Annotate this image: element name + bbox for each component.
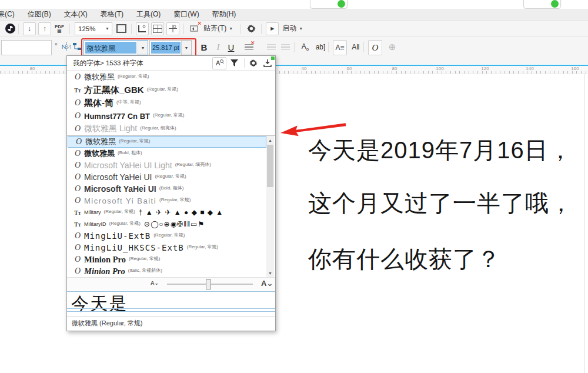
text-alignment-button[interactable]: ✕ xyxy=(242,40,255,54)
mirror-text-button[interactable] xyxy=(61,41,72,52)
font-row[interactable]: OMicrosoft YaHei UI(Regular, 常规) xyxy=(67,171,267,183)
font-style-meta: (Regular, 细亮体) xyxy=(175,161,211,168)
launch-icon-button[interactable]: ▶ xyxy=(266,22,279,35)
menu-item[interactable]: 果(C) xyxy=(0,9,21,20)
font-row[interactable]: O微软雅黑(Regular, 常规) xyxy=(67,71,275,84)
font-row[interactable]: OMinion Pro(Italic, 常规斜体) xyxy=(67,265,267,277)
menu-item[interactable]: 表格(T) xyxy=(94,9,130,20)
font-row[interactable]: Tᴛ方正黑体_GBK(Regular, 常规) xyxy=(67,84,275,96)
show-rulers-button[interactable] xyxy=(136,22,149,35)
larger-preview-icon[interactable]: A⌄ xyxy=(261,279,273,288)
angle-input[interactable] xyxy=(1,40,52,55)
scrollbar-thumb[interactable] xyxy=(267,145,273,187)
interactive-spacing-button[interactable]: A⦀ xyxy=(349,40,362,54)
font-family-select[interactable]: 微软雅黑 ▼ xyxy=(83,40,148,55)
font-row[interactable]: O微软雅黑(Regular, 常规) xyxy=(68,136,266,148)
character-formatting-button[interactable]: Ao xyxy=(299,40,312,54)
import-button[interactable]: ↓ xyxy=(23,22,36,35)
font-style-meta: (Regular, 细亮体) xyxy=(140,125,176,131)
font-row[interactable]: OMinion Pro(Regular, 常规) xyxy=(67,254,267,265)
publish-pdf-button[interactable]: PDF▦ xyxy=(54,23,65,35)
page-edge-line xyxy=(584,74,584,373)
edit-text-button[interactable]: ab] xyxy=(314,40,327,54)
ruler-label: 80 xyxy=(30,66,35,71)
divider xyxy=(240,24,241,34)
italic-button[interactable]: I xyxy=(212,40,225,54)
font-options-button[interactable] xyxy=(247,58,260,69)
snap-off-button[interactable]: ✕ xyxy=(188,23,200,35)
font-row[interactable]: OHumnst777 Cn BT(Regular, 常规) xyxy=(67,109,275,122)
get-more-fonts-button[interactable] xyxy=(261,58,274,69)
app-launcher-icon[interactable] xyxy=(5,24,15,34)
font-preview-toggle[interactable]: A xyxy=(212,57,226,69)
canvas-text-line[interactable]: 今天是2019年7月16日， xyxy=(308,134,573,166)
font-row[interactable]: O微软雅黑 Light(Regular, 细亮体) xyxy=(67,122,275,135)
guidelines-icon xyxy=(169,25,177,32)
zoom-level-select[interactable]: 125% ▼ xyxy=(75,22,112,35)
font-row[interactable]: TᴛMilitary(Regular, 常规)† ▲ ✈ ✈ ▲ ● ◆ ■ ◆… xyxy=(67,207,267,218)
snap-to-dropdown[interactable]: 贴齐(T) ▼ xyxy=(202,23,236,35)
font-style-meta: (Regular, 常规) xyxy=(153,232,185,238)
font-style-meta: (Regular, 常规) xyxy=(104,208,135,215)
scroll-up-button[interactable]: ▲ xyxy=(266,136,274,144)
divider xyxy=(183,24,184,34)
current-font-label: 微软雅黑 (Regular, 常规) xyxy=(72,319,142,328)
show-guidelines-button[interactable] xyxy=(166,22,179,35)
font-style-meta: (Regular, 常规) xyxy=(187,244,218,250)
menu-item[interactable]: 工具(O) xyxy=(130,9,167,20)
chevron-down-icon[interactable]: ▼ xyxy=(138,41,148,55)
show-grid-button[interactable] xyxy=(151,22,164,35)
font-name: MingLiU_HKSCS-ExtB xyxy=(84,243,184,252)
options-button[interactable] xyxy=(245,23,257,35)
font-row[interactable]: TᴛMilitaryID(Regular, 常规)⊙◯○⊕◉✠‖‖▭⚑ xyxy=(67,218,267,230)
font-row[interactable]: OMingLiU-ExtB(Regular, 常规) xyxy=(67,230,267,242)
outline-o-icon: O xyxy=(372,43,379,53)
launch-label: 启动 xyxy=(282,24,296,34)
font-row[interactable]: O微软雅黑(Bold, 粗体) xyxy=(67,148,267,159)
full-screen-preview-button[interactable] xyxy=(115,23,127,35)
export-button[interactable]: ↑ xyxy=(38,22,51,35)
font-row[interactable]: OMingLiU_HKSCS-ExtB(Regular, 常规) xyxy=(67,242,267,254)
underline-button[interactable]: U xyxy=(225,40,238,54)
font-name: Microsoft YaHei UI xyxy=(84,184,156,194)
canvas-text-line[interactable]: 这个月又过了一半了哦， xyxy=(308,187,573,219)
font-preview-icon: A xyxy=(215,59,224,67)
a-lines-icon: A≡ xyxy=(335,44,344,52)
coreldraw-window: 果(C)位图(B)文本(X)表格(T)工具(O)窗口(W)帮助(H) ↓ ↑ P… xyxy=(0,0,588,373)
font-row[interactable]: OMicrosoft YaHei UI(Bold, 粗体) xyxy=(67,183,267,195)
outline-button[interactable]: O xyxy=(368,40,382,55)
degree-symbol: ° xyxy=(55,42,58,50)
font-row[interactable]: OMicrosoft Yi Baiti(Regular, 常规) xyxy=(67,195,267,207)
menu-item[interactable]: 文本(X) xyxy=(58,9,94,20)
bold-button[interactable]: B xyxy=(198,40,211,54)
divider xyxy=(18,24,19,34)
truetype-icon: Tᴛ xyxy=(71,209,84,216)
smaller-preview-icon[interactable]: A⌄ xyxy=(151,280,159,286)
font-name: 黑体-简 xyxy=(84,98,113,109)
bulleted-list-button[interactable] xyxy=(265,40,278,54)
scroll-down-button[interactable]: ▼ xyxy=(266,269,274,277)
drop-cap-button[interactable] xyxy=(279,40,292,54)
red-x-icon: ✕ xyxy=(197,21,202,26)
opentype-icon: O xyxy=(71,161,84,170)
chevron-down-icon[interactable]: ▼ xyxy=(181,41,191,55)
opentype-icon: O xyxy=(71,111,84,121)
font-row[interactable]: OMicrosoft YaHei UI Light(Regular, 细亮体) xyxy=(67,159,267,171)
font-list-scrollbar[interactable]: ▲ ▼ xyxy=(266,136,274,277)
text-properties-button[interactable]: A≡ xyxy=(333,40,347,55)
slider-thumb[interactable] xyxy=(206,279,211,289)
font-status-bar: 微软雅黑 (Regular, 常规) xyxy=(67,316,275,329)
font-size-select[interactable]: 25.817 pt ▼ xyxy=(149,40,192,55)
font-filter-button[interactable] xyxy=(228,58,240,69)
canvas-text-line[interactable]: 你有什么收获了？ xyxy=(308,243,501,275)
ruler-icon xyxy=(138,25,146,32)
mirror-text-icon xyxy=(62,42,71,51)
font-row[interactable]: O黑体-简(中等, 常规) xyxy=(67,96,275,109)
menu-item[interactable]: 窗口(W) xyxy=(167,9,205,20)
font-size-value: 25.817 pt xyxy=(151,42,181,54)
add-button[interactable]: ⊕ xyxy=(386,40,399,54)
menu-item[interactable]: 位图(B) xyxy=(21,9,58,20)
menu-item[interactable]: 帮助(H) xyxy=(206,9,243,20)
launch-dropdown[interactable]: 启动 ▼ xyxy=(281,23,306,35)
font-name: 方正黑体_GBK xyxy=(84,85,144,96)
